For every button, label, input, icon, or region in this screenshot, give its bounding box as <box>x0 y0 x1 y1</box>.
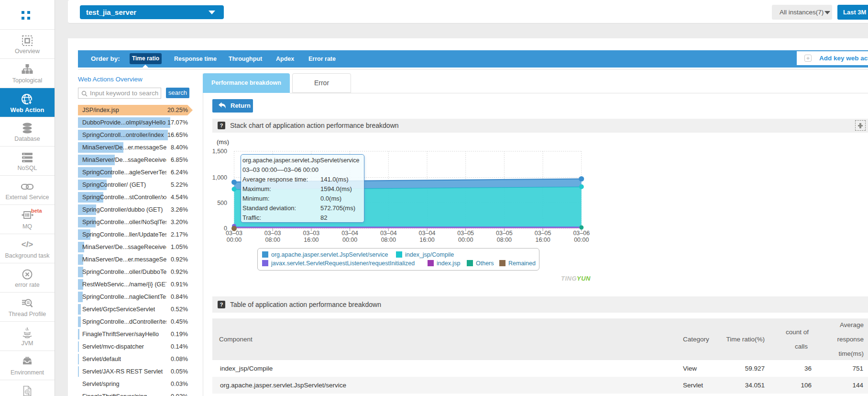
svg-text:03–06: 03–06 <box>573 230 590 237</box>
svg-text:08:00: 08:00 <box>265 237 280 243</box>
svg-text:03–04: 03–04 <box>341 230 358 237</box>
svg-text:03–05: 03–05 <box>535 230 551 237</box>
svg-text:03–03: 03–03 <box>226 230 242 237</box>
svg-text:08:00: 08:00 <box>381 237 396 243</box>
svg-text:00:00: 00:00 <box>574 237 589 243</box>
svg-text:00:00: 00:00 <box>342 237 357 243</box>
svg-text:16:00: 16:00 <box>304 237 319 243</box>
svg-text:03–04: 03–04 <box>419 230 436 237</box>
svg-text:16:00: 16:00 <box>419 237 434 243</box>
svg-text:00:00: 00:00 <box>458 237 473 243</box>
svg-text:1,500: 1,500 <box>212 148 227 155</box>
svg-text:03–03: 03–03 <box>264 230 281 237</box>
svg-text:</>: </> <box>22 240 33 249</box>
svg-text:03–05: 03–05 <box>496 230 513 237</box>
svg-text:03–04: 03–04 <box>380 230 397 237</box>
svg-text:00:00: 00:00 <box>227 237 242 243</box>
svg-text:500: 500 <box>217 200 227 206</box>
svg-text:16:00: 16:00 <box>535 237 550 243</box>
svg-text:03–05: 03–05 <box>457 230 474 237</box>
svg-text:03–03: 03–03 <box>303 230 320 237</box>
svg-text:1,000: 1,000 <box>212 174 227 181</box>
svg-text:(ms): (ms) <box>217 138 229 146</box>
svg-text:08:00: 08:00 <box>497 237 512 243</box>
